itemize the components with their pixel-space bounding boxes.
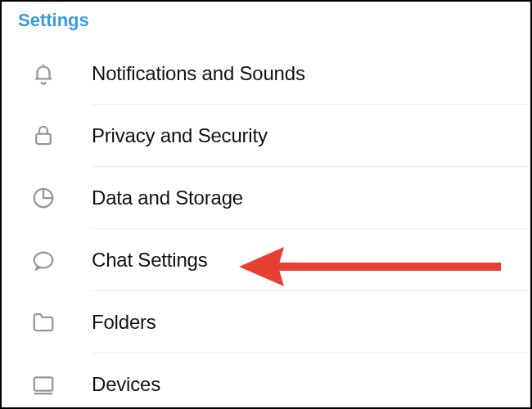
settings-list: Notifications and Sounds Privacy and Sec… [2, 43, 530, 409]
svg-rect-2 [34, 377, 53, 390]
settings-item-privacy[interactable]: Privacy and Security [2, 105, 530, 167]
devices-icon [2, 372, 92, 397]
section-header: Settings [2, 2, 530, 43]
settings-item-chat-settings[interactable]: Chat Settings [2, 229, 530, 291]
settings-item-label: Devices [92, 373, 160, 396]
folder-icon [2, 310, 92, 335]
svg-rect-0 [36, 134, 51, 145]
settings-item-label: Data and Storage [92, 187, 243, 209]
pie-icon [2, 186, 92, 210]
lock-icon [2, 124, 92, 148]
settings-item-label: Folders [92, 311, 156, 334]
settings-item-label: Chat Settings [92, 249, 207, 272]
settings-item-label: Notifications and Sounds [92, 62, 305, 85]
settings-item-label: Privacy and Security [92, 124, 268, 147]
settings-item-notifications[interactable]: Notifications and Sounds [2, 43, 530, 105]
settings-screen: Settings Notifications and Sounds Privac… [0, 0, 532, 409]
settings-item-data-storage[interactable]: Data and Storage [2, 167, 530, 229]
settings-item-devices[interactable]: Devices [2, 353, 530, 409]
bell-icon [2, 61, 92, 86]
settings-item-folders[interactable]: Folders [2, 291, 530, 353]
chat-icon [2, 248, 92, 272]
